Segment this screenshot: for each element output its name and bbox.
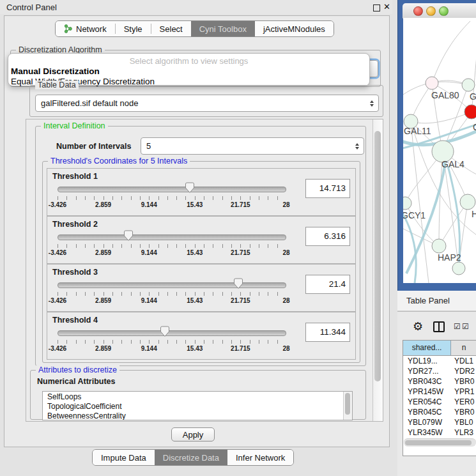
tab-discretize-data[interactable]: Discretize Data	[155, 450, 227, 465]
scrollbar-thumb[interactable]	[374, 131, 381, 381]
close-panel-icon[interactable]: ✕	[383, 2, 390, 12]
threshold-4-value-field[interactable]: 11.344	[305, 323, 350, 342]
table-row[interactable]: YBL079WYBL0	[403, 417, 476, 427]
cell-name[interactable]: YBR0	[450, 376, 476, 387]
slider-track[interactable]	[58, 187, 286, 192]
tab-select[interactable]: Select	[151, 21, 191, 36]
close-traffic-light-icon[interactable]	[413, 6, 423, 16]
slider-thumb[interactable]	[123, 230, 134, 242]
table-row[interactable]: YDL19...YDL1	[403, 356, 476, 366]
tab-style-label: Style	[124, 24, 142, 34]
slider-thumb[interactable]	[185, 182, 195, 194]
slider-thumb[interactable]	[233, 278, 243, 289]
tab-jactivemnodules[interactable]: jActiveMNodules	[255, 21, 334, 36]
slider-track[interactable]	[58, 282, 286, 288]
cell-shared[interactable]: YLR345W	[403, 427, 450, 438]
slider-scale-labels: -3.426 2.859 9.144 15.43 21.715 28	[58, 201, 286, 209]
tab-impute-data[interactable]: Impute Data	[93, 450, 155, 465]
attribute-item-topologicalcoefficient[interactable]: TopologicalCoefficient	[43, 401, 352, 411]
number-of-intervals-combobox[interactable]: 5	[141, 137, 364, 155]
threshold-2-value-field[interactable]: 6.316	[305, 227, 350, 246]
slider-thumb[interactable]	[160, 326, 170, 337]
cell-shared[interactable]: YPR145W	[403, 387, 450, 397]
node-gcy1[interactable]	[403, 197, 411, 210]
threshold-3-panel: Threshold 3 -3.426 2.859 9.144 15.43 21	[47, 264, 356, 312]
table-row[interactable]: YPR145WYPR1	[403, 387, 476, 397]
node-label-clipped-c: C	[473, 122, 476, 132]
cell-name[interactable]: YER0	[450, 397, 476, 407]
cell-shared[interactable]: YDR27...	[403, 366, 450, 376]
node-red-selected[interactable]	[464, 105, 476, 119]
gear-icon[interactable]: ⚙	[413, 319, 423, 334]
table-panel-toolbar: ⚙ ☑ ☑	[397, 318, 476, 337]
tab-cyni-toolbox[interactable]: Cyni Toolbox	[191, 21, 255, 36]
slider-scale-labels: -3.426 2.859 9.144 15.43 21.715 28	[58, 297, 286, 305]
slider-track[interactable]	[58, 330, 286, 336]
table-row[interactable]: YDR27...YDR2	[403, 366, 476, 376]
table-horizontal-scrollbar[interactable]	[404, 438, 476, 447]
cell-shared[interactable]: YDL19...	[403, 356, 450, 366]
tab-impute-data-label: Impute Data	[101, 453, 146, 463]
scale-label: 9.144	[141, 201, 157, 208]
cell-name[interactable]: YDR2	[450, 366, 476, 376]
settings-vertical-scrollbar[interactable]	[372, 119, 383, 421]
scale-label: 28	[282, 201, 289, 208]
float-window-icon[interactable]	[373, 4, 380, 12]
threshold-3-slider[interactable]: -3.426 2.859 9.144 15.43 21.715 28	[58, 279, 286, 309]
scrollbar-thumb[interactable]	[405, 440, 472, 445]
numerical-attributes-list: SelfLoops TopologicalCoefficient Between…	[42, 391, 353, 420]
cell-name[interactable]: YBL0	[450, 417, 476, 427]
cell-name[interactable]: YLR3	[450, 427, 476, 438]
minimize-traffic-light-icon[interactable]	[426, 6, 436, 16]
dropdown-option-manual-discretization[interactable]: Manual Discretization	[8, 66, 369, 77]
tab-network-label: Network	[76, 24, 107, 34]
cell-shared[interactable]: YER054C	[403, 397, 450, 407]
threshold-2-slider[interactable]: -3.426 2.859 9.144 15.43 21.715 28	[58, 231, 286, 261]
tab-style[interactable]: Style	[116, 21, 151, 36]
table-row[interactable]: YBR043CYBR0	[403, 376, 476, 387]
attribute-item-selfloops[interactable]: SelfLoops	[43, 392, 352, 401]
tab-discretize-data-label: Discretize Data	[163, 453, 219, 463]
table-header-row: shared... n	[403, 341, 476, 356]
network-graph: GAL80 G C GAL11 GAL4 GCY1 H HAP2	[403, 18, 476, 283]
cell-shared[interactable]: YBL079W	[403, 417, 450, 427]
column-header-name[interactable]: n	[451, 341, 476, 355]
network-canvas[interactable]: GAL80 G C GAL11 GAL4 GCY1 H HAP2	[403, 18, 476, 283]
scrollbar-thumb[interactable]	[345, 393, 350, 415]
apply-button[interactable]: Apply	[171, 427, 215, 441]
threshold-1-value-field[interactable]: 14.713	[305, 179, 350, 198]
cell-shared[interactable]: YBR043C	[403, 376, 450, 387]
table-data-combobox[interactable]: galFiltered.sif default node	[35, 95, 379, 112]
tab-jactivemnodules-label: jActiveMNodules	[263, 24, 325, 34]
panel-title: Control Panel	[6, 3, 57, 12]
select-columns-icon[interactable]	[433, 321, 445, 332]
cell-name[interactable]: YPR1	[450, 387, 476, 397]
column-header-shared-name[interactable]: shared...	[403, 341, 451, 355]
node-bottom[interactable]	[452, 262, 465, 275]
table-row[interactable]: YBR045CYBR0	[403, 407, 476, 417]
scale-label: -3.426	[49, 297, 66, 304]
attribute-item-betweennesscentrality[interactable]: BetweennessCentrality	[43, 411, 352, 420]
node-top-right[interactable]	[462, 79, 475, 91]
cell-name[interactable]: YDL1	[450, 356, 476, 366]
table-row[interactable]: YLR345WYLR3	[403, 427, 476, 438]
threshold-1-slider[interactable]: -3.426 2.859 9.144 15.43 21.715 28	[58, 183, 286, 213]
slider-ticks	[58, 244, 286, 248]
show-checked-columns-icon[interactable]: ☑	[454, 322, 461, 331]
attributes-list-scrollbar[interactable]	[343, 392, 352, 420]
node-gal80[interactable]	[426, 77, 438, 89]
node-right-mid[interactable]	[460, 194, 475, 210]
cell-shared[interactable]: YBR045C	[403, 407, 450, 417]
network-window-titlebar[interactable]	[403, 3, 476, 19]
cell-name[interactable]: YBR0	[450, 407, 476, 417]
node-hap2[interactable]	[432, 239, 446, 253]
threshold-3-value-field[interactable]: 21.4	[305, 275, 350, 294]
tab-network[interactable]: Network	[56, 21, 115, 36]
tab-infer-network[interactable]: Infer Network	[227, 450, 293, 465]
threshold-4-slider[interactable]: -3.426 2.859 9.144 15.43 21.715 28	[58, 326, 286, 357]
select-all-columns-icon[interactable]: ☑	[462, 322, 469, 331]
slider-track[interactable]	[58, 234, 286, 240]
scale-label: 9.144	[141, 345, 157, 352]
table-row[interactable]: YER054CYER0	[403, 397, 476, 407]
zoom-traffic-light-icon[interactable]	[439, 6, 449, 16]
